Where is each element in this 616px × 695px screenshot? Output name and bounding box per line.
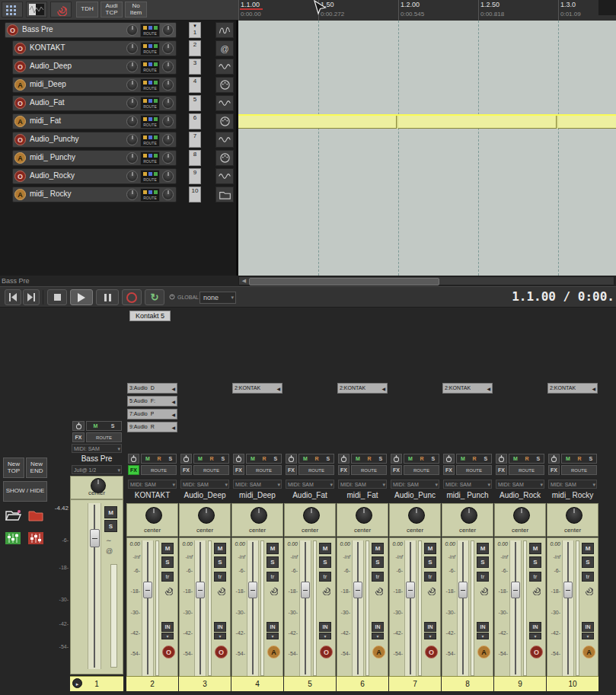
strip-name[interactable]: Audio_Punc — [390, 491, 440, 501]
mute-indicator[interactable]: M — [513, 456, 518, 461]
strip-mrs-indicators[interactable]: M R S — [298, 454, 334, 464]
track-name-box[interactable]: A midi_Deep ROUTE — [12, 77, 177, 93]
mute-indicator[interactable]: M — [94, 423, 98, 429]
record-indicator[interactable]: R — [473, 456, 477, 461]
strip-mrs-indicators[interactable]: M R S — [193, 454, 229, 464]
spiral-tool-icon[interactable] — [50, 2, 72, 18]
fx-button[interactable]: FX — [391, 465, 402, 475]
route-button[interactable]: ROUTE — [456, 465, 492, 475]
strip-mrs-indicators[interactable]: M R S — [509, 454, 544, 464]
track-type-icon-box[interactable]: @ — [215, 22, 234, 38]
pan-knob[interactable] — [162, 171, 174, 182]
send-slot[interactable]: 2:KONTAK ◀ — [547, 383, 598, 394]
trim-button[interactable]: tr — [267, 572, 279, 582]
fx-button[interactable]: FX — [496, 465, 507, 475]
strip-power-button[interactable] — [286, 454, 297, 464]
strip-mrs-indicators[interactable]: M R S — [404, 454, 439, 464]
route-button[interactable]: ROUTE — [298, 465, 334, 475]
fader-handle[interactable] — [458, 582, 468, 598]
volume-knob[interactable] — [126, 134, 138, 145]
input-button[interactable]: IN — [424, 622, 436, 632]
pause-button[interactable] — [96, 289, 119, 305]
new-track-top-button[interactable]: New TOP — [3, 457, 24, 478]
waveform-tool-icon[interactable] — [26, 2, 47, 18]
mute-button[interactable]: M — [372, 543, 384, 554]
fader-track[interactable] — [194, 540, 206, 676]
strip-mrs-indicators[interactable]: M R S — [141, 454, 177, 464]
trim-button[interactable]: tr — [582, 572, 594, 582]
stop-button[interactable] — [47, 289, 67, 305]
solo-button[interactable]: S — [214, 556, 226, 568]
input-arrow-icon[interactable]: ▾ — [319, 633, 331, 639]
solo-indicator[interactable]: S — [168, 456, 172, 461]
pan-knob[interactable] — [162, 152, 174, 164]
record-button[interactable] — [122, 289, 142, 305]
master-strip-name[interactable]: Bass Pre — [70, 454, 123, 464]
pan-knob[interactable] — [356, 507, 372, 524]
solo-button[interactable]: S — [161, 556, 174, 568]
track-row[interactable]: O Bass Pre ROUTE ▼ 1 — [0, 22, 236, 40]
fader-handle[interactable] — [143, 582, 152, 598]
record-arm-button[interactable]: O — [14, 97, 26, 109]
strip-mrs-indicators[interactable]: M R S — [246, 454, 282, 464]
timeline-ruler[interactable]: 1.1.00 0:00.00 1.50 0:00.272 1.2.00 0:00… — [238, 0, 616, 21]
master-input-dropdown[interactable]: MIDI: SAM ▾ — [72, 444, 122, 453]
mute-button[interactable]: M — [214, 543, 226, 554]
media-item[interactable] — [238, 114, 616, 129]
mute-button[interactable]: M — [424, 543, 436, 554]
play-button[interactable] — [70, 289, 93, 305]
volume-knob[interactable] — [126, 43, 138, 54]
strip-number-cell[interactable]: 6 — [337, 676, 388, 691]
pan-knob[interactable] — [145, 507, 162, 524]
pan-knob[interactable] — [162, 97, 174, 109]
mute-indicator[interactable]: M — [408, 456, 413, 461]
env-spiral-icon[interactable] — [214, 584, 226, 596]
scrollbar-thumb[interactable] — [249, 278, 439, 285]
horizontal-scrollbar[interactable]: ◀ — [238, 276, 614, 285]
pan-knob[interactable] — [513, 507, 530, 524]
route-button[interactable]: ROUTE — [140, 24, 160, 37]
solo-indicator[interactable]: S — [431, 456, 435, 461]
track-name-box[interactable]: O Audio_Rocky ROUTE — [12, 168, 177, 184]
track-number-cell[interactable]: ▼ 9 — [189, 168, 201, 184]
record-indicator[interactable]: R — [368, 456, 372, 461]
mute-indicator[interactable]: M — [251, 456, 255, 461]
record-arm-button[interactable]: A — [14, 152, 26, 164]
track-name-box[interactable]: A midi_ Rocky ROUTE — [12, 187, 177, 202]
track-name-box[interactable]: A midi_ Fat ROUTE — [12, 113, 177, 129]
fader-track[interactable] — [88, 503, 101, 669]
track-name-box[interactable]: O Audio_Fat ROUTE — [12, 95, 177, 111]
env-spiral-icon[interactable] — [319, 584, 331, 596]
solo-button[interactable]: S — [372, 556, 384, 568]
fader-track[interactable] — [352, 540, 364, 676]
strip-power-button[interactable] — [128, 454, 139, 464]
fader-handle[interactable] — [406, 582, 415, 598]
track-number-cell[interactable]: ▼ 6 — [189, 113, 201, 129]
fx-window-label[interactable]: Kontakt 5 — [129, 311, 171, 321]
strip-number-cell[interactable]: 4 — [231, 676, 283, 691]
input-dropdown[interactable]: MIDI: SAM ▾ — [391, 480, 439, 489]
track-number-cell[interactable]: ▼ 1 — [189, 22, 201, 38]
track-number-cell[interactable]: ▼ 8 — [189, 150, 201, 166]
solo-indicator[interactable]: S — [111, 423, 115, 429]
pan-knob[interactable] — [303, 507, 320, 524]
send-slot[interactable]: 2:KONTAK ◀ — [232, 383, 282, 394]
strip-power-button[interactable] — [496, 454, 507, 464]
input-dropdown[interactable]: MIDI: SAM ▾ — [443, 480, 492, 489]
track-row[interactable]: A midi_ Rocky ROUTE ▼ 10 — [0, 187, 236, 205]
mute-indicator[interactable]: M — [461, 456, 465, 461]
track-number-cell[interactable]: ▼ 2 — [189, 40, 201, 56]
mute-button[interactable]: M — [104, 506, 117, 518]
route-button[interactable]: ROUTE — [140, 188, 160, 202]
strip-mrs-indicators[interactable]: M R S — [561, 454, 597, 464]
record-arm-button[interactable]: O — [14, 134, 26, 145]
record-indicator[interactable]: R — [525, 456, 529, 461]
solo-button[interactable]: S — [267, 556, 279, 568]
mixer-green-icon[interactable] — [3, 530, 23, 547]
input-dropdown[interactable]: MIDI: SAM ▾ — [286, 480, 334, 489]
pan-knob[interactable] — [162, 61, 174, 72]
track-row[interactable]: A midi_ Fat ROUTE ▼ 6 — [0, 113, 236, 132]
collapse-arrow-icon[interactable]: ▼ — [190, 23, 200, 29]
input-dropdown[interactable]: MIDI: SAM ▾ — [180, 480, 229, 489]
input-button[interactable]: IN — [161, 622, 174, 632]
